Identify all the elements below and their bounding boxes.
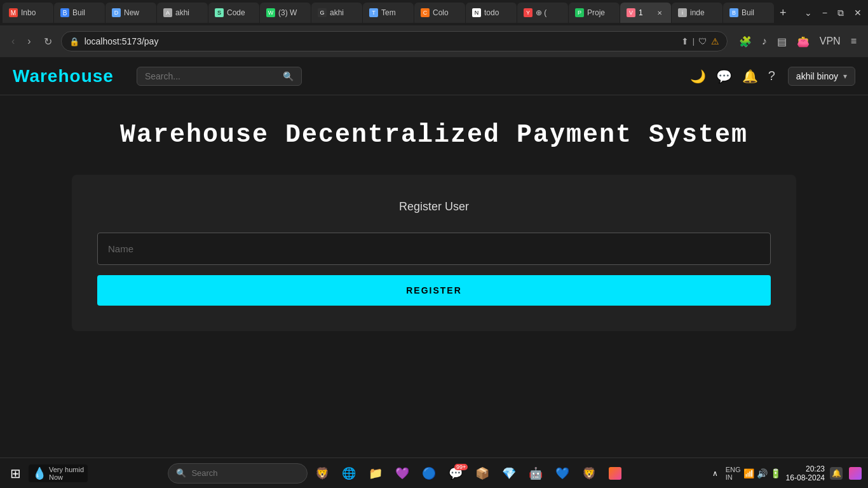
tab-colo[interactable]: C Colo	[414, 3, 465, 23]
taskbar-app-ruby[interactable]: 💎	[497, 464, 521, 483]
taskbar-left: ⊞ 💧 Very humid Now	[5, 463, 88, 484]
tab-gmail[interactable]: M Inbo	[3, 3, 53, 23]
taskbar-app-colorful[interactable]	[604, 464, 627, 482]
taskbar-app-vscode[interactable]: 💙	[550, 464, 574, 483]
extensions-icon[interactable]: 🧩	[735, 33, 756, 50]
tab-index[interactable]: i inde	[672, 3, 722, 23]
address-text: localhost:5173/pay	[85, 36, 671, 46]
notification-button[interactable]: 🔔	[830, 467, 843, 480]
systray: ∧ ENGIN 📶 🔊 🔋	[707, 466, 781, 481]
register-card: Register User REGISTER	[72, 175, 796, 331]
weather-time: Now	[49, 473, 84, 481]
media-icon[interactable]: ♪	[758, 33, 771, 50]
taskbar-app-dropbox[interactable]: 📦	[470, 464, 494, 483]
search-input[interactable]	[145, 71, 278, 81]
sound-icon[interactable]: 🔊	[757, 468, 768, 478]
maximize-button[interactable]: ⧉	[834, 5, 848, 21]
bell-icon[interactable]: 🔔	[742, 69, 758, 84]
chat-icon[interactable]: 💬	[716, 69, 732, 84]
name-input[interactable]	[97, 233, 771, 265]
tab-brave-active[interactable]: V 1 ✕	[620, 3, 671, 23]
clock-date: 16-08-2024	[786, 473, 825, 482]
main-content: Warehouse Decentralized Payment System R…	[0, 95, 868, 356]
wifi-icon[interactable]: 📶	[743, 468, 754, 478]
separator: |	[693, 37, 695, 46]
page-title: Warehouse Decentralized Payment System	[120, 121, 748, 149]
forward-button[interactable]: ›	[24, 33, 34, 50]
address-bar: ‹ › ↻ 🔒 localhost:5173/pay ⬆ | 🛡 ⚠ 🧩 ♪ ▤…	[0, 25, 868, 57]
tab-notion[interactable]: N todo	[466, 3, 517, 23]
battery-icon[interactable]: 🔋	[770, 468, 781, 478]
tab-list-button[interactable]: ⌄	[801, 5, 816, 20]
header-icons: 🌙 💬 🔔 ?	[690, 69, 775, 84]
card-title: Register User	[97, 200, 771, 214]
search-icon: 🔍	[283, 71, 294, 81]
minimize-button[interactable]: −	[818, 5, 831, 20]
vpn-icon[interactable]: VPN	[816, 33, 844, 50]
app-logo[interactable]: Warehouse	[13, 66, 114, 86]
close-window-button[interactable]: ✕	[850, 5, 865, 20]
share-icon[interactable]: ⬆	[681, 36, 689, 46]
app-content: Warehouse 🔍 🌙 💬 🔔 ? akhil binoy ▾ Wareho…	[0, 57, 868, 458]
tab-controls: ⌄ − ⧉ ✕	[801, 5, 865, 21]
address-bar-input-wrap[interactable]: 🔒 localhost:5173/pay ⬆ | 🛡 ⚠	[61, 31, 728, 51]
tab-temp[interactable]: T Tem	[363, 3, 414, 23]
username: akhil binoy	[796, 71, 838, 81]
tab-proj[interactable]: P Proje	[569, 3, 620, 23]
app-header: Warehouse 🔍 🌙 💬 🔔 ? akhil binoy ▾	[0, 57, 868, 95]
lock-icon: 🔒	[69, 37, 79, 46]
taskbar-app-files[interactable]: 📁	[363, 464, 388, 483]
dark-mode-icon[interactable]: 🌙	[690, 69, 706, 84]
colorful-button[interactable]	[848, 466, 863, 481]
tab-code[interactable]: S Code	[208, 3, 259, 23]
tab-akhil[interactable]: A akhi	[157, 3, 208, 23]
search-wrap: 🔍	[137, 67, 302, 86]
taskbar-center: 🔍 🦁 🌐 📁 💜 🔵 💬 99+ 📦 💎 🤖 💙 🦁	[90, 463, 705, 484]
tab-buildt[interactable]: B Buil	[54, 3, 105, 23]
tab-youtube[interactable]: Y ⊕ (	[517, 3, 568, 23]
browser-chrome: M Inbo B Buil D New A akhi S Code W (3) …	[0, 0, 868, 57]
menu-icon[interactable]: ≡	[847, 33, 860, 50]
tab-new[interactable]: D New	[105, 3, 156, 23]
wallet-icon[interactable]: 👛	[793, 33, 813, 50]
chevron-down-icon: ▾	[843, 72, 847, 81]
taskbar-app-teams[interactable]: 💜	[390, 464, 414, 483]
back-button[interactable]: ‹	[8, 33, 18, 50]
tab-close-icon[interactable]: ✕	[654, 8, 665, 18]
tab-bar: M Inbo B Buil D New A akhi S Code W (3) …	[0, 0, 868, 25]
taskbar-search-input[interactable]	[191, 468, 299, 478]
help-icon[interactable]: ?	[768, 69, 775, 83]
lang-icon: ENGIN	[726, 466, 741, 481]
sidebar-icon[interactable]: ▤	[773, 33, 790, 50]
tab-build2[interactable]: B Buil	[723, 3, 774, 23]
taskbar: ⊞ 💧 Very humid Now 🔍 🦁 🌐 📁 💜 🔵 💬 99+ 📦 💎…	[0, 458, 868, 488]
start-button[interactable]: ⊞	[5, 463, 26, 484]
taskbar-app-brave[interactable]: 🦁	[310, 464, 334, 483]
taskbar-app-whatsapp[interactable]: 💬 99+	[444, 464, 468, 483]
clock-time: 20:23	[806, 464, 825, 473]
user-dropdown[interactable]: akhil binoy ▾	[788, 67, 855, 86]
tab-whatsapp[interactable]: W (3) W	[260, 3, 311, 23]
taskbar-search-icon: 🔍	[176, 468, 186, 478]
shield-icon[interactable]: 🛡	[698, 36, 707, 46]
address-icons: ⬆ | 🛡 ⚠	[681, 36, 719, 46]
taskbar-search-bar[interactable]: 🔍	[168, 463, 308, 484]
new-tab-button[interactable]: +	[775, 6, 792, 20]
tab-github[interactable]: G akhi	[311, 3, 362, 23]
weather-label: Very humid	[49, 466, 84, 473]
browser-right-icons: 🧩 ♪ ▤ 👛 VPN ≡	[735, 33, 860, 50]
clock[interactable]: 20:23 16-08-2024	[786, 464, 825, 482]
register-button[interactable]: REGISTER	[97, 275, 771, 306]
refresh-button[interactable]: ↻	[40, 33, 56, 50]
taskbar-app-edge2[interactable]: 🔵	[417, 464, 441, 483]
taskbar-app-android[interactable]: 🤖	[524, 464, 548, 483]
warning-icon[interactable]: ⚠	[711, 36, 719, 46]
taskbar-right: ∧ ENGIN 📶 🔊 🔋 20:23 16-08-2024 🔔	[707, 464, 863, 482]
taskbar-weather[interactable]: 💧 Very humid Now	[29, 464, 88, 482]
systray-expand[interactable]: ∧	[707, 466, 723, 480]
taskbar-app-brave2[interactable]: 🦁	[577, 464, 601, 483]
taskbar-app-edge[interactable]: 🌐	[337, 464, 361, 483]
